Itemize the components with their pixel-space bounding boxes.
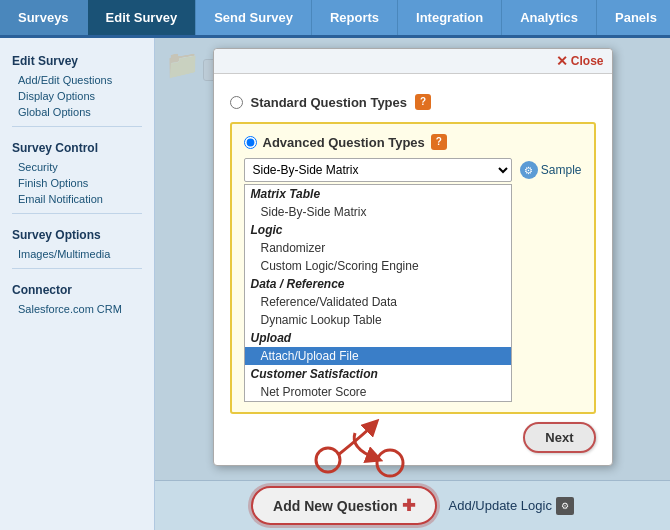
close-label: Close [571, 54, 604, 68]
category-customer-satisfaction: Customer Satisfaction [245, 365, 511, 383]
dropdown-row: Side-By-Side Matrix ⚙ Sample [244, 158, 582, 182]
sidebar-section-edit-survey: Edit Survey [0, 46, 154, 72]
item-randomizer[interactable]: Randomizer [245, 239, 511, 257]
sample-icon: ⚙ [520, 161, 538, 179]
item-reference-validated[interactable]: Reference/Validated Data [245, 293, 511, 311]
tab-edit-survey[interactable]: Edit Survey [88, 0, 197, 35]
add-update-logic-button[interactable]: Add/Update Logic ⚙ [449, 497, 574, 515]
add-logic-label: Add/Update Logic [449, 498, 552, 513]
content-area: 📁 Ed... ✕ Close Standard Question Type [155, 38, 670, 530]
category-logic: Logic [245, 221, 511, 239]
item-side-by-side[interactable]: Side-By-Side Matrix [245, 203, 511, 221]
sidebar-section-survey-control: Survey Control [0, 133, 154, 159]
sidebar-link-salesforce[interactable]: Salesforce.com CRM [0, 301, 154, 317]
top-navigation: Surveys Edit Survey Send Survey Reports … [0, 0, 670, 38]
main-layout: Edit Survey Add/Edit Questions Display O… [0, 38, 670, 530]
standard-label: Standard Question Types [251, 95, 408, 110]
tab-panels[interactable]: Panels [597, 0, 670, 35]
modal-body: Standard Question Types ? Advanced Quest… [214, 74, 612, 465]
sidebar-link-email-notification[interactable]: Email Notification [0, 191, 154, 207]
category-matrix-table: Matrix Table [245, 185, 511, 203]
sidebar-link-security[interactable]: Security [0, 159, 154, 175]
advanced-question-box: Advanced Question Types ? Side-By-Side M… [230, 122, 596, 414]
sidebar-divider-2 [12, 213, 142, 214]
question-type-modal: ✕ Close Standard Question Types ? [213, 48, 613, 466]
sidebar-link-images-multimedia[interactable]: Images/Multimedia [0, 246, 154, 262]
sidebar: Edit Survey Add/Edit Questions Display O… [0, 38, 155, 530]
item-net-promoter[interactable]: Net Promoter Score [245, 383, 511, 401]
add-question-label: Add New Question [273, 498, 397, 514]
advanced-radio[interactable] [244, 136, 257, 149]
add-new-question-button[interactable]: Add New Question ✚ [251, 486, 436, 525]
standard-radio[interactable] [230, 96, 243, 109]
sidebar-link-global-options[interactable]: Global Options [0, 104, 154, 120]
sample-button[interactable]: ⚙ Sample [520, 161, 582, 179]
sidebar-link-finish-options[interactable]: Finish Options [0, 175, 154, 191]
advanced-title-row: Advanced Question Types ? [244, 134, 582, 150]
tab-reports[interactable]: Reports [312, 0, 398, 35]
tab-analytics[interactable]: Analytics [502, 0, 597, 35]
sidebar-link-add-edit-questions[interactable]: Add/Edit Questions [0, 72, 154, 88]
advanced-help-icon[interactable]: ? [431, 134, 447, 150]
tab-surveys[interactable]: Surveys [0, 0, 88, 35]
tab-integration[interactable]: Integration [398, 0, 502, 35]
dropdown-list: Matrix Table Side-By-Side Matrix Logic R… [244, 184, 512, 402]
sidebar-link-display-options[interactable]: Display Options [0, 88, 154, 104]
modal-header: ✕ Close [214, 49, 612, 74]
sample-label: Sample [541, 163, 582, 177]
tab-send-survey[interactable]: Send Survey [196, 0, 312, 35]
logic-icon: ⚙ [556, 497, 574, 515]
close-x-icon: ✕ [556, 53, 568, 69]
item-custom-logic[interactable]: Custom Logic/Scoring Engine [245, 257, 511, 275]
add-plus-icon: ✚ [402, 496, 415, 515]
sidebar-section-connector: Connector [0, 275, 154, 301]
category-upload: Upload [245, 329, 511, 347]
sidebar-divider-3 [12, 268, 142, 269]
item-attach-upload[interactable]: Attach/Upload File [245, 347, 511, 365]
next-button[interactable]: Next [523, 422, 595, 453]
advanced-label: Advanced Question Types [263, 135, 425, 150]
standard-question-row: Standard Question Types ? [230, 86, 596, 118]
modal-overlay: ✕ Close Standard Question Types ? [155, 38, 670, 530]
question-type-select[interactable]: Side-By-Side Matrix [244, 158, 512, 182]
sidebar-section-survey-options: Survey Options [0, 220, 154, 246]
sidebar-divider-1 [12, 126, 142, 127]
standard-help-icon[interactable]: ? [415, 94, 431, 110]
modal-close-button[interactable]: ✕ Close [556, 53, 604, 69]
item-dynamic-lookup[interactable]: Dynamic Lookup Table [245, 311, 511, 329]
category-data-reference: Data / Reference [245, 275, 511, 293]
bottom-bar: Add New Question ✚ Add/Update Logic ⚙ [155, 480, 670, 530]
